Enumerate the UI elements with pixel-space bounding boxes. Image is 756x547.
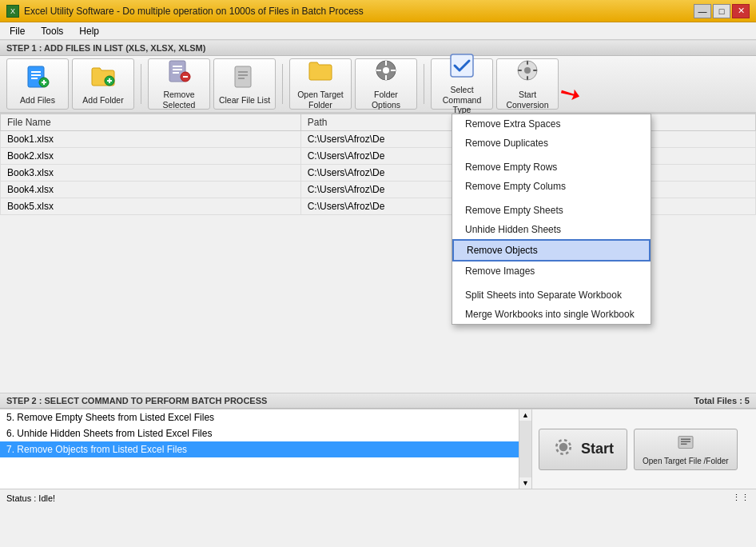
- title-bar-left: X Excel Utility Software - Do multiple o…: [6, 5, 364, 18]
- cell-filename: Book3.xlsx: [1, 165, 301, 182]
- right-panel: Start Open Target File /Folder: [532, 409, 756, 489]
- select-command-type-button[interactable]: Select Command Type: [431, 58, 493, 110]
- col-header-filename: File Name: [1, 114, 301, 131]
- add-files-label: Add Files: [20, 95, 55, 106]
- separator-3: [424, 64, 424, 104]
- open-target-label: Open Target File /Folder: [643, 457, 729, 465]
- add-folder-button[interactable]: Add Folder: [72, 58, 134, 110]
- clear-file-list-button[interactable]: Clear File List: [213, 58, 276, 110]
- command-list-item[interactable]: 7. Remove Objects from Listed Excel File…: [0, 441, 519, 457]
- status-bar: Status : Idle! ⋮⋮: [0, 489, 756, 506]
- app-icon: X: [6, 5, 19, 18]
- step2-label: STEP 2 : SELECT COMMAND TO PERFORM BATCH…: [6, 396, 267, 405]
- svg-rect-36: [681, 439, 690, 441]
- minimize-button[interactable]: —: [694, 4, 711, 18]
- cell-filename: Book2.xlsx: [1, 148, 301, 165]
- menu-help[interactable]: Help: [76, 24, 102, 38]
- select-command-type-label: Select Command Type: [435, 85, 489, 115]
- clear-file-list-label: Clear File List: [219, 95, 270, 106]
- add-folder-label: Add Folder: [82, 95, 123, 106]
- svg-point-28: [524, 67, 531, 74]
- dropdown-remove-empty-sheets[interactable]: Remove Empty Sheets: [452, 201, 651, 220]
- dropdown-remove-images[interactable]: Remove Images: [452, 262, 651, 281]
- svg-rect-32: [533, 70, 537, 71]
- command-list-item[interactable]: 5. Remove Empty Sheets from Listed Excel…: [0, 409, 519, 425]
- svg-rect-6: [43, 80, 45, 85]
- open-target-file-folder-button[interactable]: Open Target File /Folder: [634, 429, 738, 470]
- dropdown-remove-extra-spaces[interactable]: Remove Extra Spaces: [452, 114, 651, 134]
- svg-rect-18: [238, 74, 248, 76]
- svg-rect-1: [31, 71, 41, 73]
- window-title: Excel Utility Software - Do multiple ope…: [24, 6, 364, 17]
- step1-header: STEP 1 : ADD FILES IN LIST (XLS, XLSX, X…: [0, 40, 756, 56]
- bottom-area: 5. Remove Empty Sheets from Listed Excel…: [0, 409, 756, 489]
- svg-rect-29: [527, 61, 528, 65]
- remove-selected-icon: [166, 58, 192, 86]
- svg-rect-22: [385, 61, 387, 66]
- svg-rect-25: [391, 70, 396, 71]
- select-command-type-icon: [449, 53, 475, 82]
- svg-rect-9: [109, 78, 110, 83]
- remove-selected-button[interactable]: Remove Selected: [148, 58, 210, 110]
- open-target-folder-button[interactable]: Open Target Folder: [289, 58, 352, 110]
- toolbar: Add Files Add Folder Remove Selected Cle…: [0, 56, 756, 114]
- add-files-icon: [25, 63, 50, 92]
- maximize-button[interactable]: □: [713, 4, 730, 18]
- title-bar: X Excel Utility Software - Do multiple o…: [0, 0, 756, 22]
- svg-rect-16: [235, 66, 251, 87]
- scroll-track: [519, 421, 531, 477]
- add-folder-icon: [90, 63, 116, 92]
- dropdown-remove-empty-rows[interactable]: Remove Empty Rows: [452, 158, 651, 177]
- svg-rect-19: [238, 78, 245, 79]
- svg-rect-24: [376, 70, 381, 71]
- svg-rect-3: [31, 78, 38, 79]
- add-files-button[interactable]: Add Files: [6, 58, 69, 110]
- start-conversion-button[interactable]: Start Conversion: [496, 58, 559, 110]
- svg-rect-13: [173, 72, 179, 74]
- svg-rect-17: [238, 71, 248, 73]
- scroll-down-arrow[interactable]: ▼: [519, 477, 531, 489]
- total-files: Total Files : 5: [694, 396, 750, 405]
- svg-rect-37: [681, 441, 690, 443]
- open-target-folder-label: Open Target Folder: [293, 90, 348, 110]
- status-text: Status : Idle!: [6, 493, 55, 503]
- dropdown-merge-workbooks[interactable]: Merge Workbooks into single Workbook: [452, 305, 651, 324]
- list-scrollbar[interactable]: ▲ ▼: [519, 409, 531, 489]
- open-target-folder-icon: [308, 58, 333, 86]
- cell-filename: Book4.xlsx: [1, 182, 301, 198]
- menu-file[interactable]: File: [6, 24, 28, 38]
- toolbar-wrapper: Add Files Add Folder Remove Selected Cle…: [0, 56, 756, 114]
- folder-options-icon: [373, 58, 399, 86]
- svg-rect-15: [183, 76, 188, 78]
- start-conversion-label: Start Conversion: [500, 90, 555, 110]
- svg-rect-31: [518, 70, 522, 71]
- start-gear-icon: [552, 436, 575, 463]
- dropdown-remove-duplicates[interactable]: Remove Duplicates: [452, 134, 651, 153]
- cell-filename: Book5.xlsx: [1, 198, 301, 215]
- menu-tools[interactable]: Tools: [38, 24, 66, 38]
- status-resize-handle: ⋮⋮: [732, 493, 750, 503]
- close-button[interactable]: ✕: [732, 4, 750, 18]
- svg-rect-2: [31, 74, 41, 76]
- svg-rect-12: [173, 69, 182, 70]
- dropdown-split-sheets[interactable]: Split Sheets into Separate Workbook: [452, 285, 651, 305]
- menu-bar: File Tools Help: [0, 22, 756, 40]
- dropdown-unhide-hidden-sheets[interactable]: Unhide Hidden Sheets: [452, 220, 651, 239]
- command-list-item[interactable]: 6. Unhide Hidden Sheets from Listed Exce…: [0, 425, 519, 441]
- svg-rect-38: [681, 444, 687, 445]
- svg-point-33: [559, 442, 568, 451]
- dropdown-remove-objects[interactable]: Remove Objects: [452, 239, 651, 262]
- folder-options-label: Folder Options: [359, 90, 413, 110]
- scroll-up-arrow[interactable]: ▲: [519, 409, 531, 421]
- remove-selected-label: Remove Selected: [152, 90, 206, 110]
- open-target-icon: [676, 433, 695, 453]
- start-label: Start: [581, 441, 614, 457]
- window-controls: — □ ✕: [694, 4, 750, 18]
- cell-filename: Book1.xlsx: [1, 131, 301, 148]
- svg-point-21: [383, 67, 389, 74]
- dropdown-remove-empty-columns[interactable]: Remove Empty Colums: [452, 177, 651, 196]
- start-conversion-icon: [515, 58, 540, 86]
- folder-options-button[interactable]: Folder Options: [355, 58, 417, 110]
- start-button[interactable]: Start: [539, 429, 627, 470]
- clear-file-list-icon: [232, 63, 257, 92]
